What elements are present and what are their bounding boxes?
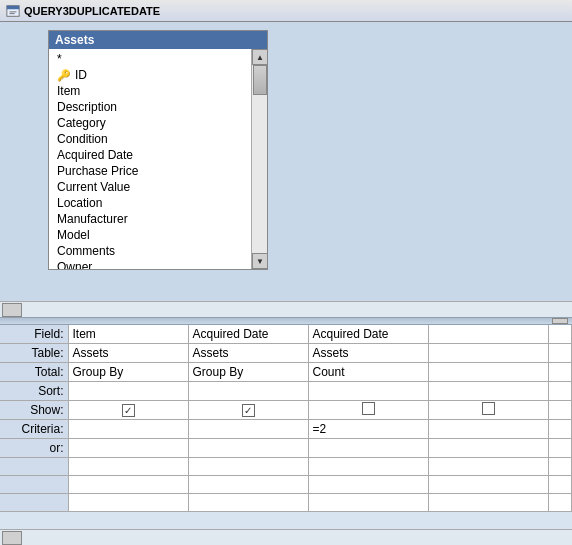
field-name-comments: Comments — [57, 244, 115, 258]
field-col3[interactable]: Acquired Date — [308, 325, 428, 344]
criteria-col4[interactable] — [428, 420, 548, 439]
splitter-handle[interactable] — [552, 318, 568, 324]
sort-col5[interactable] — [548, 382, 572, 401]
star-field-item: * — [49, 51, 267, 67]
field-name-purchase-price: Purchase Price — [57, 164, 138, 178]
or-col1[interactable] — [68, 439, 188, 458]
scroll-up-arrow[interactable]: ▲ — [252, 49, 267, 65]
field-item-location[interactable]: Location — [49, 195, 267, 211]
field-name-id: ID — [75, 68, 87, 82]
field-item-comments[interactable]: Comments — [49, 243, 267, 259]
sort-col1[interactable] — [68, 382, 188, 401]
qbe-table: Field: Item Acquired Date Acquired Date … — [0, 325, 572, 512]
checkbox-col1[interactable] — [122, 404, 135, 417]
qbe-table-row: Table: Assets Assets Assets — [0, 344, 572, 363]
svg-rect-1 — [7, 5, 19, 9]
main-container: Assets * 🔑 ID Item Description Categ — [0, 22, 572, 545]
field-item-manufacturer[interactable]: Manufacturer — [49, 211, 267, 227]
table-col3[interactable]: Assets — [308, 344, 428, 363]
criteria-row-label: Criteria: — [0, 420, 68, 439]
field-col2[interactable]: Acquired Date — [188, 325, 308, 344]
table-row-label: Table: — [0, 344, 68, 363]
checkbox-col2[interactable] — [242, 404, 255, 417]
checkbox-col3[interactable] — [362, 402, 375, 415]
show-row-label: Show: — [0, 401, 68, 420]
criteria-col1[interactable] — [68, 420, 188, 439]
sort-col4[interactable] — [428, 382, 548, 401]
field-name-category: Category — [57, 116, 106, 130]
total-col3[interactable]: Count — [308, 363, 428, 382]
field-item-owner[interactable]: Owner — [49, 259, 267, 269]
field-item-id[interactable]: 🔑 ID — [49, 67, 267, 83]
qbe-total-row: Total: Group By Group By Count — [0, 363, 572, 382]
sort-row-label: Sort: — [0, 382, 68, 401]
field-item-condition[interactable]: Condition — [49, 131, 267, 147]
qbe-section: Field: Item Acquired Date Acquired Date … — [0, 325, 572, 545]
total-col1[interactable]: Group By — [68, 363, 188, 382]
field-item-current-value[interactable]: Current Value — [49, 179, 267, 195]
or-col4[interactable] — [428, 439, 548, 458]
splitter[interactable] — [0, 317, 572, 325]
top-h-scroll-thumb[interactable] — [2, 303, 22, 317]
extra-row-1-label — [0, 458, 68, 476]
show-checkbox-col5[interactable] — [548, 401, 572, 420]
table-col1[interactable]: Assets — [68, 344, 188, 363]
field-name-manufacturer: Manufacturer — [57, 212, 128, 226]
table-col4[interactable] — [428, 344, 548, 363]
field-item-model[interactable]: Model — [49, 227, 267, 243]
field-name-location: Location — [57, 196, 102, 210]
table-col2[interactable]: Assets — [188, 344, 308, 363]
sort-col3[interactable] — [308, 382, 428, 401]
field-name-item: Item — [57, 84, 80, 98]
table-designer-area: Assets * 🔑 ID Item Description Categ — [0, 22, 572, 317]
key-icon: 🔑 — [57, 69, 71, 82]
or-col5[interactable] — [548, 439, 572, 458]
field-item-item[interactable]: Item — [49, 83, 267, 99]
query-icon — [6, 4, 20, 18]
field-col1[interactable]: Item — [68, 325, 188, 344]
total-col2[interactable]: Group By — [188, 363, 308, 382]
field-item-category[interactable]: Category — [49, 115, 267, 131]
show-checkbox-col1[interactable] — [68, 401, 188, 420]
field-row-label: Field: — [0, 325, 68, 344]
vertical-scrollbar[interactable]: ▲ ▼ — [251, 49, 267, 269]
window-title: QUERY3DUPLICATEDATE — [24, 5, 160, 17]
show-checkbox-col2[interactable] — [188, 401, 308, 420]
sort-col2[interactable] — [188, 382, 308, 401]
table-box-content[interactable]: * 🔑 ID Item Description Category — [49, 49, 267, 269]
field-list: * 🔑 ID Item Description Category — [49, 49, 267, 269]
field-name-description: Description — [57, 100, 117, 114]
scroll-down-arrow[interactable]: ▼ — [252, 253, 267, 269]
scroll-thumb[interactable] — [253, 65, 267, 95]
qbe-field-row: Field: Item Acquired Date Acquired Date — [0, 325, 572, 344]
qbe-grid[interactable]: Field: Item Acquired Date Acquired Date … — [0, 325, 572, 529]
show-checkbox-col4[interactable] — [428, 401, 548, 420]
field-col5[interactable] — [548, 325, 572, 344]
field-name-acquired-date: Acquired Date — [57, 148, 133, 162]
table-col5[interactable] — [548, 344, 572, 363]
bottom-h-scroll-thumb[interactable] — [2, 531, 22, 545]
field-col4[interactable] — [428, 325, 548, 344]
extra-row-2-label — [0, 476, 68, 494]
qbe-show-row: Show: — [0, 401, 572, 420]
criteria-col5[interactable] — [548, 420, 572, 439]
bottom-horizontal-scrollbar[interactable] — [0, 529, 572, 545]
total-row-label: Total: — [0, 363, 68, 382]
or-col2[interactable] — [188, 439, 308, 458]
top-horizontal-scrollbar[interactable] — [0, 301, 572, 317]
criteria-col3[interactable]: =2 — [308, 420, 428, 439]
field-item-acquired-date[interactable]: Acquired Date — [49, 147, 267, 163]
criteria-col2[interactable] — [188, 420, 308, 439]
checkbox-col4[interactable] — [482, 402, 495, 415]
qbe-extra-row-3 — [0, 494, 572, 512]
total-col5[interactable] — [548, 363, 572, 382]
field-item-description[interactable]: Description — [49, 99, 267, 115]
total-col4[interactable] — [428, 363, 548, 382]
field-name-condition: Condition — [57, 132, 108, 146]
qbe-extra-row-2 — [0, 476, 572, 494]
or-row-label: or: — [0, 439, 68, 458]
show-checkbox-col3[interactable] — [308, 401, 428, 420]
or-col3[interactable] — [308, 439, 428, 458]
qbe-sort-row: Sort: — [0, 382, 572, 401]
field-item-purchase-price[interactable]: Purchase Price — [49, 163, 267, 179]
